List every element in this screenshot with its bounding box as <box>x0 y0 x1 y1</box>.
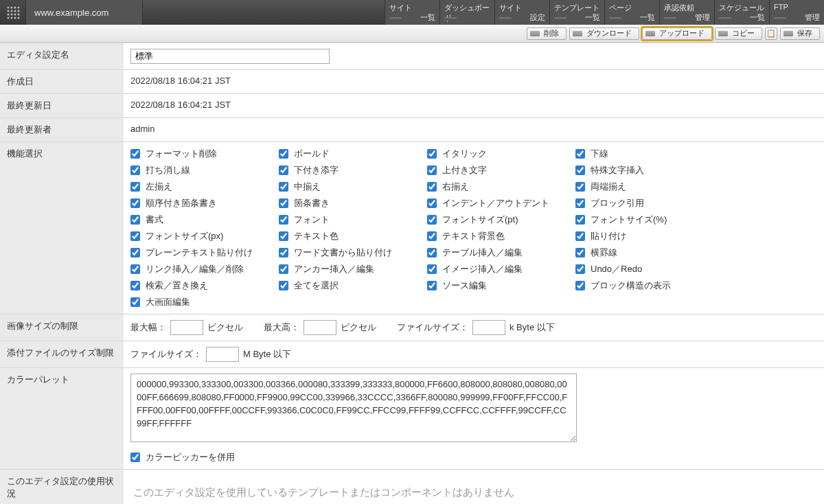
color-picker-checkbox[interactable] <box>130 453 140 462</box>
feature-label: テキスト背景色 <box>442 230 505 242</box>
feature-checkbox[interactable] <box>427 264 437 274</box>
btn-label: 保存 <box>797 28 812 38</box>
topnav-item[interactable]: スケジュール一覧 <box>714 0 769 25</box>
copy-button[interactable]: コピー <box>715 27 762 40</box>
file-mb-input[interactable] <box>206 347 239 362</box>
feature-checkbox[interactable] <box>279 281 288 290</box>
feature-label: 順序付き箇条書き <box>146 197 217 209</box>
feature-checkbox[interactable] <box>575 215 585 225</box>
text-px1: ピクセル <box>207 321 243 334</box>
upload-button[interactable]: アップロード <box>642 27 712 40</box>
top-nav: サイト一覧ダッシュボードサイト設定テンプレート一覧ページ一覧承認依頼管理スケジュ… <box>385 0 824 25</box>
feature-checkbox[interactable] <box>130 297 140 307</box>
max-height-input[interactable] <box>304 320 336 335</box>
feature-checkbox[interactable] <box>427 215 437 225</box>
feature-checkbox[interactable] <box>279 149 288 159</box>
save-button[interactable]: 保存 <box>780 27 820 40</box>
svg-point-14 <box>14 17 16 19</box>
download-button[interactable]: ダウンロード <box>569 27 639 40</box>
feature-checkbox[interactable] <box>427 281 437 290</box>
feature-item: ボールド <box>279 148 423 160</box>
label-attach-size: 添付ファイルのサイズ制限 <box>0 341 124 368</box>
feature-checkbox[interactable] <box>427 182 437 192</box>
feature-checkbox[interactable] <box>130 231 140 241</box>
topnav-item[interactable]: テンプレート一覧 <box>549 0 604 25</box>
feature-item: 中揃え <box>279 181 423 193</box>
topnav-item[interactable]: FTP管理 <box>769 0 824 25</box>
feature-item: ソース編集 <box>427 279 571 292</box>
feature-checkbox[interactable] <box>130 215 140 225</box>
value-created-at: 2022/08/18 16:04:21 JST <box>124 70 824 94</box>
svg-point-7 <box>17 10 19 12</box>
feature-checkbox[interactable] <box>575 248 585 257</box>
feature-label: フォーマット削除 <box>146 148 217 160</box>
feature-label: プレーンテキスト貼り付け <box>146 247 253 259</box>
feature-checkbox[interactable] <box>130 264 140 274</box>
feature-item: テキスト色 <box>279 230 423 242</box>
feature-checkbox[interactable] <box>427 149 437 159</box>
topnav-sub: 一覧 <box>640 12 655 23</box>
feature-label: テキスト色 <box>294 230 339 242</box>
feature-checkbox[interactable] <box>575 198 585 208</box>
feature-checkbox[interactable] <box>279 231 288 241</box>
topbar-spacer <box>143 0 385 25</box>
feature-checkbox[interactable] <box>575 165 585 175</box>
logo[interactable] <box>0 0 26 25</box>
topnav-item[interactable]: サイト一覧 <box>385 0 439 25</box>
feature-checkbox[interactable] <box>130 281 140 290</box>
topnav-bar-icon <box>554 17 566 21</box>
delete-button[interactable]: 削除 <box>527 27 566 40</box>
usage-empty-msg: このエディタ設定を使用しているテンプレートまたはコンポーネントはありません <box>130 475 817 504</box>
svg-point-3 <box>17 7 19 9</box>
text-kb-suffix: k Byte 以下 <box>510 321 555 334</box>
file-kb-input[interactable] <box>472 320 505 335</box>
feature-checkbox[interactable] <box>130 198 140 208</box>
svg-point-15 <box>17 17 19 19</box>
feature-checkbox[interactable] <box>427 248 437 257</box>
feature-checkbox[interactable] <box>427 165 437 175</box>
topnav-sub: 設定 <box>530 12 545 23</box>
feature-checkbox[interactable] <box>427 231 437 241</box>
feature-checkbox[interactable] <box>575 264 585 274</box>
feature-checkbox[interactable] <box>427 198 437 208</box>
feature-item: フォントサイズ(%) <box>575 214 720 226</box>
feature-item: リンク挿入／編集／削除 <box>130 263 275 275</box>
feature-checkbox[interactable] <box>130 248 140 257</box>
feature-checkbox[interactable] <box>130 182 140 192</box>
topnav-title: サイト <box>499 3 545 13</box>
editor-name-input[interactable] <box>130 49 330 64</box>
feature-label: イメージ挿入／編集 <box>442 263 523 275</box>
topnav-item[interactable]: サイト設定 <box>494 0 549 25</box>
topnav-sub: 一覧 <box>420 12 435 23</box>
feature-checkbox[interactable] <box>130 149 140 159</box>
feature-checkbox[interactable] <box>130 165 140 175</box>
max-width-input[interactable] <box>170 320 203 335</box>
feature-checkbox[interactable] <box>279 182 288 192</box>
feature-checkbox[interactable] <box>575 149 585 159</box>
clipboard-icon[interactable]: 📋 <box>765 27 777 40</box>
feature-checkbox[interactable] <box>279 165 288 175</box>
feature-grid: フォーマット削除ボールドイタリック下線打ち消し線下付き添字上付き文字特殊文字挿入… <box>130 148 817 308</box>
feature-checkbox[interactable] <box>279 215 288 225</box>
feature-checkbox[interactable] <box>279 198 288 208</box>
topnav-bar-icon <box>664 17 676 21</box>
feature-checkbox[interactable] <box>279 248 288 257</box>
feature-item: フォーマット削除 <box>130 148 275 160</box>
feature-checkbox[interactable] <box>575 182 585 192</box>
feature-item: 右揃え <box>427 181 571 193</box>
svg-point-11 <box>17 14 19 16</box>
attach-size-row: ファイルサイズ： M Byte 以下 <box>130 347 817 362</box>
site-url[interactable]: www.example.com <box>26 0 143 25</box>
feature-label: 下線 <box>591 148 608 160</box>
topnav-item[interactable]: 承認依頼管理 <box>659 0 714 25</box>
feature-label: テーブル挿入／編集 <box>442 247 523 259</box>
feature-checkbox[interactable] <box>575 231 585 241</box>
color-palette-input[interactable] <box>130 374 577 442</box>
feature-checkbox[interactable] <box>575 281 585 290</box>
topnav-item[interactable]: ダッシュボード <box>439 0 494 25</box>
feature-checkbox[interactable] <box>279 264 288 274</box>
feature-item: 下付き添字 <box>279 164 423 176</box>
feature-label: 検索／置き換え <box>146 279 208 292</box>
svg-point-9 <box>10 14 12 16</box>
topnav-item[interactable]: ページ一覧 <box>604 0 659 25</box>
